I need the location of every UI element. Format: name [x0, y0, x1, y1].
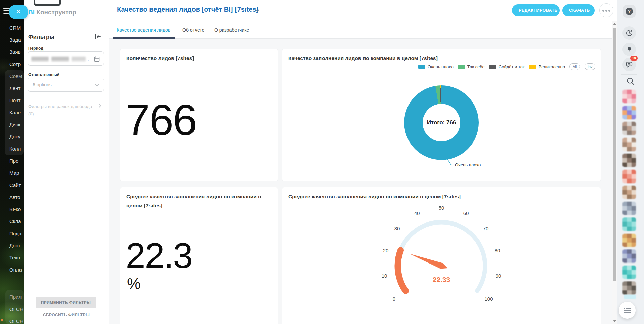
- svg-text:30: 30: [394, 226, 400, 231]
- more-actions-button[interactable]: [599, 3, 613, 17]
- svg-text:60: 60: [463, 210, 469, 216]
- gauge-chart: 0 10 20 30 40 50 60 70 80 90 100 22.33: [282, 187, 601, 324]
- close-panel-button[interactable]: ✕: [9, 5, 28, 19]
- time-tracking-button[interactable]: [622, 26, 636, 40]
- contact-avatar[interactable]: [622, 281, 636, 295]
- sidebar-item[interactable]: Лент: [9, 85, 24, 92]
- legend-item[interactable]: Очень плохо: [418, 64, 454, 69]
- left-nav-rail: CRMЗадаЗаявСотрСовмЛентПочтКалеДискДокуК…: [0, 0, 24, 324]
- leads-count-value: 766: [126, 98, 197, 142]
- reset-filters-button[interactable]: СБРОСИТЬ ФИЛЬТРЫ: [24, 313, 109, 317]
- bell-icon: [626, 46, 633, 53]
- legend-item[interactable]: Великолепно: [529, 64, 565, 69]
- avg-quality-value: 22.3: [126, 238, 192, 273]
- redacted-date: [51, 57, 69, 61]
- sidebar-item[interactable]: Сотр: [9, 61, 24, 68]
- task-list-button[interactable]: [619, 302, 636, 319]
- card-fill-quality-pie: Качество заполнения лидов по компании в …: [282, 49, 601, 181]
- period-date-input[interactable]: .: [28, 51, 104, 66]
- tab-about-developer[interactable]: О разработчике: [214, 27, 249, 33]
- sidebar-item[interactable]: Авто: [9, 194, 24, 201]
- legend-swatch: [489, 65, 496, 69]
- contact-avatar[interactable]: [622, 186, 636, 199]
- edit-button[interactable]: РЕДАКТИРОВАТЬ: [512, 4, 560, 16]
- contact-avatar[interactable]: [622, 249, 636, 263]
- scroll-down-arrow[interactable]: [613, 320, 617, 322]
- svg-text:10: 10: [382, 273, 387, 279]
- legend-all-toggle[interactable]: All: [569, 63, 580, 70]
- sidebar-item[interactable]: Прил: [9, 294, 24, 300]
- sidebar-item[interactable]: Совм: [9, 73, 24, 80]
- outer-filters-link[interactable]: Фильтры вне рамок дашборда (0): [28, 103, 100, 118]
- vertical-scrollbar[interactable]: [612, 21, 617, 324]
- scrollbar-thumb[interactable]: [613, 28, 616, 281]
- clock-refresh-icon: [626, 29, 633, 37]
- sidebar-item[interactable]: Диск: [9, 121, 24, 128]
- period-label: Период: [28, 46, 43, 51]
- sidebar-item[interactable]: Колл: [9, 146, 24, 152]
- contact-avatar[interactable]: [622, 154, 636, 167]
- search-button[interactable]: [626, 77, 635, 87]
- scroll-up-arrow[interactable]: [613, 23, 617, 25]
- svg-text:50: 50: [439, 205, 444, 211]
- card-title: Количество лидов [7sites]: [126, 54, 194, 63]
- sidebar-item[interactable]: Сайт: [9, 182, 24, 189]
- rail-divider: [621, 74, 637, 75]
- sidebar-item[interactable]: Про: [9, 158, 24, 164]
- report-title[interactable]: Качество ведения лидов [отчёт BI] [7site…: [117, 6, 258, 13]
- contact-avatar[interactable]: [622, 234, 636, 247]
- sidebar-item[interactable]: Почт: [9, 97, 24, 104]
- date-separator: .: [88, 57, 89, 62]
- apply-filters-button[interactable]: ПРИМЕНИТЬ ФИЛЬТРЫ: [36, 297, 96, 308]
- sidebar-item[interactable]: Техп: [9, 254, 24, 261]
- avg-quality-unit: %: [127, 275, 141, 293]
- tab-about-report[interactable]: Об отчете: [182, 27, 204, 33]
- sidebar-item[interactable]: Кале: [9, 109, 24, 116]
- contact-avatar[interactable]: [622, 138, 636, 151]
- sidebar-item[interactable]: Подп: [9, 230, 24, 237]
- notifications-button[interactable]: [622, 43, 636, 56]
- sidebar-item[interactable]: CRM: [9, 25, 24, 31]
- svg-text:70: 70: [483, 226, 489, 231]
- responsible-label: Ответственный: [28, 72, 59, 77]
- sidebar-item[interactable]: Скла: [9, 218, 24, 225]
- contact-avatar[interactable]: [622, 170, 636, 183]
- donut-center-label: Итого: 766: [423, 104, 460, 141]
- card-avg-quality: Среднее качество заполнения лидов по ком…: [120, 187, 278, 324]
- legend-label: Сойдёт и так: [499, 64, 525, 69]
- legend-inv-toggle[interactable]: Inv: [585, 63, 595, 70]
- header-divider: [115, 4, 115, 17]
- report-header: Качество ведения лидов [отчёт BI] [7site…: [109, 0, 617, 21]
- sidebar-item[interactable]: OLCH: [9, 318, 24, 324]
- rail-divider: [621, 87, 637, 87]
- responsible-select[interactable]: 6 options: [28, 78, 104, 92]
- sidebar-item[interactable]: OLCH: [9, 306, 24, 313]
- outer-filters-count: (0): [28, 110, 100, 118]
- pie-legend: Очень плохо Так себе Сойдёт и так Велико…: [418, 63, 595, 70]
- collapse-panel-icon[interactable]: [95, 34, 101, 40]
- contact-avatar[interactable]: [622, 122, 636, 135]
- contact-avatar[interactable]: [622, 202, 636, 215]
- contact-avatar[interactable]: [622, 266, 636, 279]
- avatar-fragment: [624, 295, 636, 299]
- sidebar-item[interactable]: Заяв: [9, 49, 24, 55]
- sidebar-item[interactable]: Доку: [9, 133, 24, 140]
- contact-avatar[interactable]: [622, 217, 636, 231]
- legend-item[interactable]: Сойдёт и так: [489, 64, 525, 69]
- sidebar-item[interactable]: Онла: [9, 267, 24, 273]
- calendar-icon[interactable]: [94, 56, 100, 63]
- download-button[interactable]: СКАЧАТЬ: [562, 4, 595, 16]
- sidebar-item[interactable]: Мар: [9, 170, 24, 176]
- sidebar-item[interactable]: Дост: [9, 242, 24, 249]
- help-button[interactable]: ?: [623, 5, 636, 18]
- chat-exchange-icon: [626, 61, 633, 68]
- contact-avatar[interactable]: [622, 90, 636, 103]
- responsible-value: 6 options: [33, 82, 52, 87]
- tab-lead-quality[interactable]: Качество ведения лидов: [117, 27, 170, 33]
- sidebar-item[interactable]: BI-ко: [9, 206, 24, 213]
- legend-label: Великолепно: [539, 64, 565, 69]
- contact-avatar[interactable]: [622, 106, 636, 119]
- sidebar-item[interactable]: Зада: [9, 37, 24, 43]
- rail-divider: [621, 22, 637, 22]
- legend-item[interactable]: Так себе: [458, 64, 485, 69]
